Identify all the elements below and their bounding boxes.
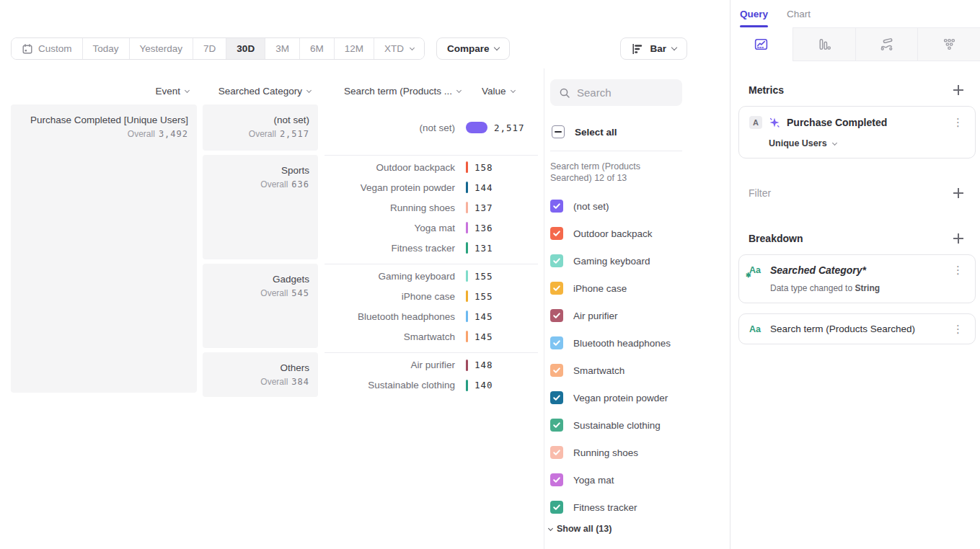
breakdown-menu-button[interactable]: ⋮ bbox=[950, 326, 966, 333]
category-cell[interactable]: (not set)Overall2,517 bbox=[203, 104, 318, 151]
select-all-row[interactable]: Select all bbox=[552, 125, 730, 138]
add-filter-button[interactable] bbox=[953, 187, 964, 199]
legend-checkbox[interactable] bbox=[550, 364, 563, 377]
category-cell[interactable]: OthersOverall384 bbox=[203, 352, 318, 397]
term-row[interactable]: Running shoes137 bbox=[325, 197, 538, 218]
tab-funnels[interactable] bbox=[793, 27, 855, 61]
date-range-label: 3M bbox=[275, 43, 289, 54]
tab-chart[interactable]: Chart bbox=[787, 0, 811, 27]
term-row[interactable]: Yoga mat136 bbox=[325, 218, 538, 238]
tab-query[interactable]: Query bbox=[740, 0, 768, 27]
date-range-3m[interactable]: 3M bbox=[265, 38, 300, 59]
table-body: Purchase Completed [Unique Users] Overal… bbox=[11, 104, 538, 401]
legend-item[interactable]: iPhone case bbox=[544, 274, 730, 302]
term-label: iPhone case bbox=[325, 291, 455, 302]
term-row[interactable]: Bluetooth headphones145 bbox=[325, 306, 538, 326]
term-label: Smartwatch bbox=[325, 331, 455, 342]
column-header-value[interactable]: Value bbox=[482, 86, 515, 97]
term-row[interactable]: Smartwatch145 bbox=[325, 326, 538, 347]
legend-checkbox[interactable] bbox=[550, 391, 563, 404]
legend-item[interactable]: Air purifier bbox=[544, 302, 730, 329]
breakdown-card[interactable]: Aa✱ Searched Category* ⋮ Data type chang… bbox=[738, 254, 976, 303]
tab-insights[interactable] bbox=[730, 27, 793, 61]
legend-checkbox[interactable] bbox=[550, 309, 563, 322]
legend-item[interactable]: Bluetooth headphones bbox=[544, 329, 730, 357]
legend-item-label: Smartwatch bbox=[573, 365, 624, 376]
tab-retention[interactable] bbox=[917, 27, 980, 61]
term-row[interactable]: (not set)2,517 bbox=[325, 117, 538, 138]
select-all-checkbox[interactable] bbox=[552, 125, 565, 138]
check-icon bbox=[552, 421, 561, 429]
legend-item[interactable]: Outdoor backpack bbox=[544, 220, 730, 247]
legend-checkbox[interactable] bbox=[550, 282, 563, 295]
metric-card[interactable]: A Purchase Completed ⋮ Unique Users bbox=[738, 106, 976, 159]
breakdown-header: Breakdown bbox=[730, 233, 980, 244]
term-row[interactable]: iPhone case155 bbox=[325, 286, 538, 306]
legend-item[interactable]: Vegan protein powder bbox=[544, 384, 730, 411]
term-row[interactable]: Fitness tracker131 bbox=[325, 238, 538, 258]
legend-checkbox[interactable] bbox=[550, 501, 563, 514]
breakdown-menu-button[interactable]: ⋮ bbox=[950, 267, 966, 274]
metric-menu-button[interactable]: ⋮ bbox=[950, 119, 966, 126]
breakdown-property-name: Search term (Products Searched) bbox=[770, 323, 943, 334]
value-bar bbox=[466, 290, 468, 302]
category-group: (not set)Overall2,517(not set)2,517 bbox=[203, 104, 538, 151]
legend-checkbox[interactable] bbox=[550, 446, 563, 459]
metric-aggregation-selector[interactable]: Unique Users bbox=[769, 138, 966, 148]
column-header-event[interactable]: Event bbox=[11, 86, 189, 97]
legend-search[interactable] bbox=[550, 79, 682, 106]
compare-button[interactable]: Compare bbox=[436, 37, 511, 60]
breakdown-card[interactable]: Aa Search term (Products Searched) ⋮ bbox=[738, 313, 976, 344]
legend-item[interactable]: Running shoes bbox=[544, 439, 730, 466]
legend-item[interactable]: Yoga mat bbox=[544, 466, 730, 494]
term-row[interactable]: Air purifier148 bbox=[325, 355, 538, 375]
legend-checkbox[interactable] bbox=[550, 419, 563, 432]
date-range-30d[interactable]: 30D bbox=[226, 38, 265, 59]
date-range-7d[interactable]: 7D bbox=[193, 38, 226, 59]
legend-item[interactable]: Smartwatch bbox=[544, 357, 730, 384]
column-header-term[interactable]: Search term (Products ... bbox=[311, 86, 461, 97]
legend-checkbox[interactable] bbox=[550, 227, 563, 240]
category-cell[interactable]: GadgetsOverall545 bbox=[203, 264, 318, 348]
date-range-custom[interactable]: Custom bbox=[12, 38, 83, 59]
flows-icon bbox=[879, 37, 894, 52]
legend-search-input[interactable] bbox=[577, 86, 671, 99]
category-cell[interactable]: SportsOverall636 bbox=[203, 155, 318, 259]
check-icon bbox=[552, 339, 561, 347]
category-overall: Overall384 bbox=[211, 377, 309, 387]
line-chart-icon bbox=[754, 37, 769, 52]
term-row[interactable]: Outdoor backpack158 bbox=[325, 157, 538, 177]
term-value: 145 bbox=[474, 311, 493, 322]
add-metric-button[interactable] bbox=[953, 84, 964, 96]
date-range-control: CustomTodayYesterday7D30D3M6M12MXTD bbox=[11, 37, 425, 60]
event-cell[interactable]: Purchase Completed [Unique Users] Overal… bbox=[11, 104, 197, 393]
metric-name: Purchase Completed bbox=[787, 117, 943, 128]
check-icon bbox=[552, 366, 561, 375]
overall-label: Overall bbox=[249, 129, 276, 139]
term-value: 140 bbox=[474, 380, 493, 390]
legend-item[interactable]: Fitness tracker bbox=[544, 494, 730, 521]
check-icon bbox=[552, 476, 561, 484]
date-range-today[interactable]: Today bbox=[83, 38, 130, 59]
term-row[interactable]: Vegan protein powder144 bbox=[325, 177, 538, 197]
legend-item[interactable]: (not set) bbox=[544, 192, 730, 220]
legend-checkbox[interactable] bbox=[550, 473, 563, 486]
tab-flows[interactable] bbox=[855, 27, 918, 61]
legend-checkbox[interactable] bbox=[550, 336, 563, 349]
chart-type-button[interactable]: Bar bbox=[620, 37, 687, 60]
chart-type-label: Bar bbox=[650, 43, 666, 54]
add-breakdown-button[interactable] bbox=[953, 233, 964, 244]
show-all-button[interactable]: Show all (13) bbox=[549, 524, 730, 534]
term-row[interactable]: Sustainable clothing140 bbox=[325, 375, 538, 396]
term-row[interactable]: Gaming keyboard155 bbox=[325, 266, 538, 286]
date-range-12m[interactable]: 12M bbox=[335, 38, 374, 59]
legend-item[interactable]: Gaming keyboard bbox=[544, 247, 730, 274]
date-range-xtd[interactable]: XTD bbox=[374, 38, 424, 59]
date-range-6m[interactable]: 6M bbox=[300, 38, 335, 59]
legend-checkbox[interactable] bbox=[550, 254, 563, 267]
legend-item[interactable]: Sustainable clothing bbox=[544, 411, 730, 439]
column-header-category[interactable]: Searched Category bbox=[189, 86, 311, 97]
legend-checkbox[interactable] bbox=[550, 200, 563, 213]
date-range-yesterday[interactable]: Yesterday bbox=[130, 38, 194, 59]
term-label: Yoga mat bbox=[325, 223, 455, 233]
